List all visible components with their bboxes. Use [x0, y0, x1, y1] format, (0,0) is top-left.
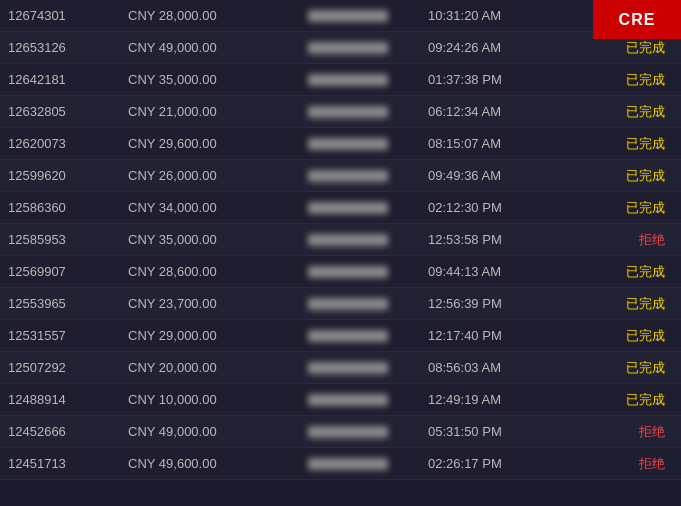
row-amount: CNY 49,000.00 [128, 424, 308, 439]
row-id: 12569907 [8, 264, 128, 279]
row-amount: CNY 23,700.00 [128, 296, 308, 311]
row-time: 12:49:19 AM [428, 392, 558, 407]
table-row: 12632805 CNY 21,000.00 06:12:34 AM 已完成 [0, 96, 681, 128]
row-time: 12:17:40 PM [428, 328, 558, 343]
row-blurred [308, 170, 428, 182]
table-row: 12452666 CNY 49,000.00 05:31:50 PM 拒绝 [0, 416, 681, 448]
row-blurred [308, 426, 428, 438]
row-blurred [308, 330, 428, 342]
row-time: 06:12:34 AM [428, 104, 558, 119]
row-status: 拒绝 [558, 423, 673, 441]
table-row: 12599620 CNY 26,000.00 09:49:36 AM 已完成 [0, 160, 681, 192]
table-row: 12620073 CNY 29,600.00 08:15:07 AM 已完成 [0, 128, 681, 160]
row-blurred [308, 42, 428, 54]
row-id: 12674301 [8, 8, 128, 23]
row-time: 02:26:17 PM [428, 456, 558, 471]
row-amount: CNY 34,000.00 [128, 200, 308, 215]
row-id: 12531557 [8, 328, 128, 343]
row-amount: CNY 28,000.00 [128, 8, 308, 23]
row-blurred [308, 298, 428, 310]
row-time: 09:24:26 AM [428, 40, 558, 55]
row-id: 12586360 [8, 200, 128, 215]
row-id: 12653126 [8, 40, 128, 55]
row-status: 已完成 [558, 391, 673, 409]
row-time: 12:56:39 PM [428, 296, 558, 311]
row-time: 01:37:38 PM [428, 72, 558, 87]
row-time: 09:44:13 AM [428, 264, 558, 279]
row-amount: CNY 28,600.00 [128, 264, 308, 279]
table-row: 12586360 CNY 34,000.00 02:12:30 PM 已完成 [0, 192, 681, 224]
row-time: 09:49:36 AM [428, 168, 558, 183]
row-blurred [308, 266, 428, 278]
row-amount: CNY 49,000.00 [128, 40, 308, 55]
row-status: 已完成 [558, 295, 673, 313]
row-amount: CNY 10,000.00 [128, 392, 308, 407]
table-row: 12531557 CNY 29,000.00 12:17:40 PM 已完成 [0, 320, 681, 352]
row-blurred [308, 362, 428, 374]
row-id: 12642181 [8, 72, 128, 87]
row-blurred [308, 458, 428, 470]
table-row: 12488914 CNY 10,000.00 12:49:19 AM 已完成 [0, 384, 681, 416]
row-id: 12553965 [8, 296, 128, 311]
row-time: 08:15:07 AM [428, 136, 558, 151]
row-id: 12452666 [8, 424, 128, 439]
header-label: CRE [593, 0, 681, 39]
row-blurred [308, 234, 428, 246]
row-status: 已完成 [558, 39, 673, 57]
row-time: 08:56:03 AM [428, 360, 558, 375]
row-time: 12:53:58 PM [428, 232, 558, 247]
row-id: 12451713 [8, 456, 128, 471]
row-time: 10:31:20 AM [428, 8, 558, 23]
row-status: 已完成 [558, 103, 673, 121]
table-row: 12507292 CNY 20,000.00 08:56:03 AM 已完成 [0, 352, 681, 384]
transactions-table: 12674301 CNY 28,000.00 10:31:20 AM 已完成 1… [0, 0, 681, 480]
row-amount: CNY 35,000.00 [128, 232, 308, 247]
table-row: 12674301 CNY 28,000.00 10:31:20 AM 已完成 [0, 0, 681, 32]
row-blurred [308, 10, 428, 22]
table-row: 12553965 CNY 23,700.00 12:56:39 PM 已完成 [0, 288, 681, 320]
row-amount: CNY 35,000.00 [128, 72, 308, 87]
row-id: 12620073 [8, 136, 128, 151]
row-time: 02:12:30 PM [428, 200, 558, 215]
row-status: 已完成 [558, 135, 673, 153]
row-amount: CNY 21,000.00 [128, 104, 308, 119]
row-status: 已完成 [558, 71, 673, 89]
row-amount: CNY 20,000.00 [128, 360, 308, 375]
row-id: 12632805 [8, 104, 128, 119]
table-row: 12642181 CNY 35,000.00 01:37:38 PM 已完成 [0, 64, 681, 96]
table-row: 12653126 CNY 49,000.00 09:24:26 AM 已完成 [0, 32, 681, 64]
row-amount: CNY 29,600.00 [128, 136, 308, 151]
row-id: 12585953 [8, 232, 128, 247]
row-blurred [308, 202, 428, 214]
row-amount: CNY 49,600.00 [128, 456, 308, 471]
table-row: 12585953 CNY 35,000.00 12:53:58 PM 拒绝 [0, 224, 681, 256]
row-status: 拒绝 [558, 231, 673, 249]
table-row: 12451713 CNY 49,600.00 02:26:17 PM 拒绝 [0, 448, 681, 480]
row-blurred [308, 394, 428, 406]
row-amount: CNY 26,000.00 [128, 168, 308, 183]
row-id: 12488914 [8, 392, 128, 407]
row-status: 拒绝 [558, 455, 673, 473]
row-id: 12599620 [8, 168, 128, 183]
row-blurred [308, 138, 428, 150]
row-blurred [308, 106, 428, 118]
row-time: 05:31:50 PM [428, 424, 558, 439]
row-status: 已完成 [558, 327, 673, 345]
row-status: 已完成 [558, 263, 673, 281]
row-status: 已完成 [558, 199, 673, 217]
row-blurred [308, 74, 428, 86]
row-amount: CNY 29,000.00 [128, 328, 308, 343]
row-status: 已完成 [558, 167, 673, 185]
row-id: 12507292 [8, 360, 128, 375]
row-status: 已完成 [558, 359, 673, 377]
table-row: 12569907 CNY 28,600.00 09:44:13 AM 已完成 [0, 256, 681, 288]
